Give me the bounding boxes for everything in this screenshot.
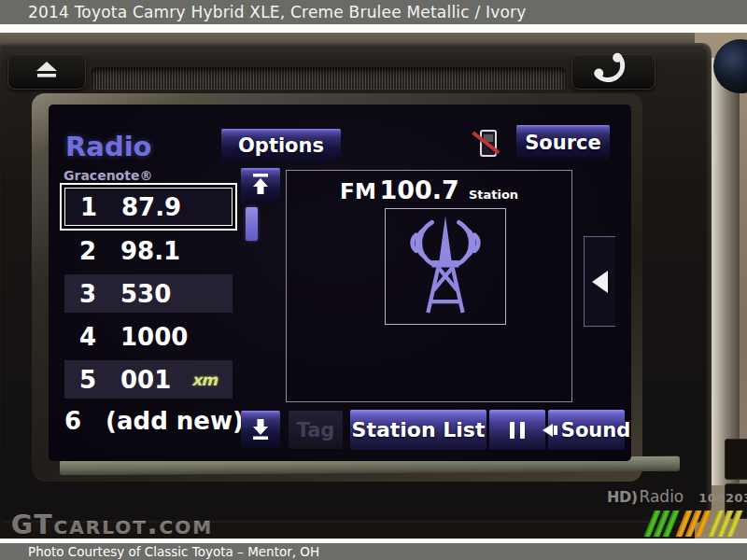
preset-row-4[interactable]: 4 1000 <box>64 317 233 356</box>
station-art-box <box>385 208 506 325</box>
station-list-button[interactable]: Station List <box>350 410 486 450</box>
eject-button[interactable] <box>7 54 86 90</box>
station-readout: FM 100.7 Station <box>286 175 572 204</box>
band-label: FM <box>340 179 377 203</box>
screenshot-root: Radio Options Source Gracenote® 1 87.9 2… <box>0 0 747 560</box>
preset-number: 1 <box>65 193 97 221</box>
page-title: Radio <box>65 131 152 162</box>
scroll-up-button[interactable] <box>241 168 280 203</box>
preset-value: 1000 <box>120 323 188 351</box>
scroll-down-icon <box>251 418 270 441</box>
side-panel-button-1 <box>725 439 747 480</box>
photo-caption-bottom: Photo Courtesy of Classic Toyota – Mento… <box>0 543 747 560</box>
phone-handset-icon <box>595 55 631 90</box>
source-button[interactable]: Source <box>516 125 610 160</box>
xm-logo: xm <box>191 371 217 389</box>
preset-value: 001 <box>120 366 171 394</box>
model-number: 100203 <box>698 491 747 505</box>
pause-icon <box>520 422 525 439</box>
scrollbar-thumb[interactable] <box>246 207 258 241</box>
divider-top <box>0 24 747 33</box>
preset-row-6-add-new[interactable]: 6 (add new) <box>64 401 233 440</box>
hd-radio-text: Radio <box>639 487 684 506</box>
preset-row-3[interactable]: 3 530 <box>64 274 233 313</box>
preset-number: 3 <box>64 280 96 308</box>
photo-caption-top: 2014 Toyota Camry Hybrid XLE, Creme Brul… <box>0 0 747 24</box>
preset-number: 4 <box>64 323 96 351</box>
preset-row-1[interactable]: 1 87.9 <box>64 188 233 226</box>
eject-icon <box>35 62 59 82</box>
hd-radio-mark: HD) <box>607 488 637 506</box>
hd-radio-logo: HD) Radio 100203 <box>607 487 747 506</box>
station-label: Station <box>469 188 518 202</box>
pause-button[interactable] <box>489 410 545 450</box>
gtcarlot-stripes-logo <box>649 510 740 538</box>
sound-label: Sound <box>561 419 630 441</box>
scroll-up-icon <box>251 173 270 199</box>
preset-row-5[interactable]: 5 001 xm <box>64 360 233 399</box>
gtcarlot-watermark: GTcarlot.com <box>11 510 213 540</box>
radio-tower-icon <box>401 213 490 321</box>
sound-button[interactable]: Sound <box>548 410 625 450</box>
slide-panel-tab[interactable] <box>584 236 615 327</box>
left-arrow-icon <box>592 271 608 293</box>
preset-number: 6 <box>64 407 81 435</box>
preset-number: 5 <box>64 366 96 394</box>
frequency-value: 100.7 <box>379 175 458 204</box>
phone-disconnected-icon <box>472 129 500 157</box>
scroll-down-button[interactable] <box>241 411 280 448</box>
preset-number: 2 <box>64 237 96 265</box>
preset-value: (add new) <box>106 407 244 435</box>
preset-row-2[interactable]: 2 98.1 <box>64 231 233 270</box>
cd-slot <box>92 67 566 90</box>
tag-button-disabled[interactable]: Tag <box>289 411 343 449</box>
phone-button[interactable] <box>571 54 655 90</box>
gracenote-label: Gracenote® <box>63 168 152 183</box>
preset-value: 87.9 <box>121 193 181 221</box>
options-button[interactable]: Options <box>221 129 341 161</box>
speaker-icon <box>543 424 557 437</box>
preset-value: 98.1 <box>120 237 180 265</box>
pause-icon <box>510 422 514 439</box>
preset-value: 530 <box>120 280 171 308</box>
